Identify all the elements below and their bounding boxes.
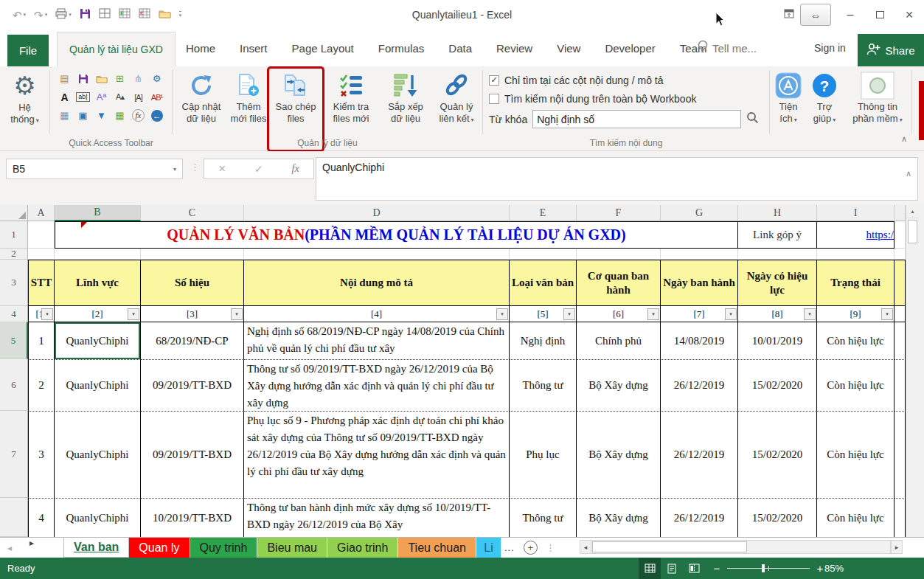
cell[interactable]: [28, 249, 55, 260]
row-header[interactable]: 3: [0, 260, 28, 306]
keyword-input[interactable]: [532, 110, 741, 128]
data-cell[interactable]: Còn hiệu lực: [817, 498, 895, 537]
sheet-tab-quan-ly[interactable]: Quan ly: [129, 538, 190, 558]
data-cell[interactable]: 68/2019/NĐ-CP: [141, 322, 244, 359]
row-header[interactable]: [0, 498, 28, 537]
zoom-percentage[interactable]: 85%: [824, 563, 844, 574]
scroll-up-icon[interactable]: ▴: [906, 205, 919, 218]
sheet-tab-van-ban[interactable]: Van ban: [63, 538, 129, 558]
data-cell[interactable]: QuanlyChiphi: [55, 411, 141, 498]
row-header[interactable]: 1: [0, 221, 28, 249]
sign-in-button[interactable]: Sign in: [814, 30, 846, 66]
scrollbar-thumb[interactable]: [592, 541, 747, 552]
data-cell[interactable]: 09/2019/TT-BXD: [141, 359, 244, 411]
grow-font-icon[interactable]: A▴: [111, 88, 129, 106]
vertical-scrollbar[interactable]: ▴: [906, 205, 919, 537]
expand-formula-bar-chevron[interactable]: ∧: [906, 169, 911, 178]
page-break-view-button[interactable]: [683, 558, 705, 579]
back-icon[interactable]: ←: [147, 106, 166, 125]
enter-icon[interactable]: ✓: [254, 163, 263, 175]
filter-cell[interactable]: [9]▾: [817, 306, 895, 322]
table-header-cell[interactable]: Ngày có hiệu lực: [738, 260, 817, 306]
column-header-g[interactable]: G: [661, 205, 738, 221]
data-cell[interactable]: Thông tư: [510, 498, 577, 537]
filter-dropdown-icon[interactable]: ▾: [804, 308, 816, 320]
row-header[interactable]: 2: [0, 249, 28, 260]
data-cell[interactable]: Bộ Xây dựng: [577, 359, 661, 411]
tab-quan-ly-tai-lieu-gxd[interactable]: Quản lý tài liệu GXD: [57, 32, 176, 66]
table-header-cell[interactable]: STT: [28, 260, 55, 306]
translate-icon[interactable]: AB¹: [147, 88, 166, 106]
data-cell-partial[interactable]: [895, 322, 906, 359]
filter-dropdown-icon[interactable]: ▾: [881, 308, 893, 320]
data-cell[interactable]: 3: [28, 411, 55, 498]
customize-qat-button[interactable]: ▾: [177, 10, 184, 20]
data-cell[interactable]: Phụ lục: [510, 411, 577, 498]
cell[interactable]: [577, 249, 661, 260]
column-header-i[interactable]: I: [817, 205, 895, 221]
table-header-cell[interactable]: Loại văn bản: [510, 260, 577, 306]
new-sheet-button[interactable]: +: [524, 541, 538, 555]
minimize-button[interactable]: –: [836, 0, 865, 30]
data-cell[interactable]: 1: [28, 322, 55, 359]
table-header-cell[interactable]: Lĩnh vực: [55, 260, 141, 306]
data-cell[interactable]: 26/12/2019: [661, 411, 738, 498]
delete-cells-button[interactable]: [136, 7, 153, 23]
maximize-button[interactable]: [865, 0, 895, 30]
scroll-left-icon[interactable]: ◂: [580, 540, 591, 554]
cell[interactable]: [510, 249, 577, 260]
data-cell[interactable]: 10/01/2019: [738, 322, 817, 359]
column-header-partial[interactable]: [895, 205, 906, 221]
data-cell[interactable]: Bộ Xây dựng: [577, 411, 661, 498]
table-header-cell[interactable]: Ngày ban hành: [661, 260, 738, 306]
cell[interactable]: [817, 249, 895, 260]
open-folder-icon[interactable]: [92, 69, 111, 88]
formula-input[interactable]: QuanlyChiphi: [316, 157, 918, 201]
cell[interactable]: [895, 221, 906, 249]
new-file-icon[interactable]: ⊞: [111, 69, 129, 88]
data-cell[interactable]: QuanlyChiphi: [55, 322, 141, 359]
undo-button[interactable]: ↶▾: [10, 8, 28, 22]
filter-cell[interactable]: [7]▾: [661, 306, 738, 322]
column-header-e[interactable]: E: [510, 205, 577, 221]
zoom-slider[interactable]: [727, 568, 810, 569]
cell[interactable]: [895, 249, 906, 260]
zoom-in-button[interactable]: +: [816, 562, 824, 575]
data-cell[interactable]: 15/02/2020: [738, 359, 817, 411]
org-tree-icon[interactable]: ⋔: [129, 69, 147, 88]
data-cell[interactable]: Nghị định: [510, 322, 577, 359]
worksheet-title-cell[interactable]: QUẢN LÝ VĂN BẢN (PHẦN MỀM QUẢN LÝ TÀI LI…: [55, 221, 738, 249]
data-cell[interactable]: 2: [28, 359, 55, 411]
row-header[interactable]: 7: [0, 411, 28, 498]
color-table-icon[interactable]: ▦: [111, 106, 129, 125]
checkbox-row[interactable]: Tìm kiếm nội dung trên toàn bộ Workbook: [489, 89, 766, 108]
insert-cells-button[interactable]: [117, 7, 133, 23]
data-cell[interactable]: Còn hiệu lực: [817, 322, 895, 359]
data-cell[interactable]: Thông tư số 09/2019/TT-BXD ngày 26/12/20…: [244, 359, 510, 411]
table-header-cell[interactable]: Cơ quan ban hành: [577, 260, 661, 306]
fit-text-icon[interactable]: [A]: [129, 88, 147, 106]
zoom-slider-thumb[interactable]: [762, 564, 765, 572]
window-icon[interactable]: ▣: [74, 106, 92, 125]
function-icon[interactable]: fx: [129, 106, 147, 125]
share-button[interactable]: Share: [858, 34, 924, 66]
cell[interactable]: [28, 221, 55, 249]
data-cell[interactable]: 26/12/2019: [661, 359, 738, 411]
collapse-ribbon-chevron[interactable]: ∧: [901, 134, 907, 144]
table-header-cell[interactable]: Trạng thái: [817, 260, 895, 306]
sheet-nav-right-icon[interactable]: ▸: [22, 538, 41, 548]
scrollbar-track[interactable]: [591, 540, 891, 554]
close-button[interactable]: ×: [895, 0, 924, 30]
tell-me-box[interactable]: Tell me...: [698, 30, 757, 66]
normal-view-button[interactable]: [639, 558, 661, 579]
cell[interactable]: [141, 249, 244, 260]
filter-dropdown-icon[interactable]: ▾: [128, 308, 139, 320]
row-header[interactable]: 4: [0, 306, 28, 322]
filter-cell[interactable]: [4]▾: [244, 306, 510, 322]
data-cell[interactable]: Thông tư ban hành định mức xây dựng số 1…: [244, 498, 510, 537]
data-cell[interactable]: Bộ Xây dựng: [577, 498, 661, 537]
redo-button[interactable]: ↷▾: [32, 8, 49, 22]
data-cell[interactable]: Nghị định số 68/2019/NĐ-CP ngày 14/08/20…: [244, 322, 510, 359]
data-cell[interactable]: 14/08/2019: [661, 322, 738, 359]
tab-review[interactable]: Review: [496, 42, 532, 55]
